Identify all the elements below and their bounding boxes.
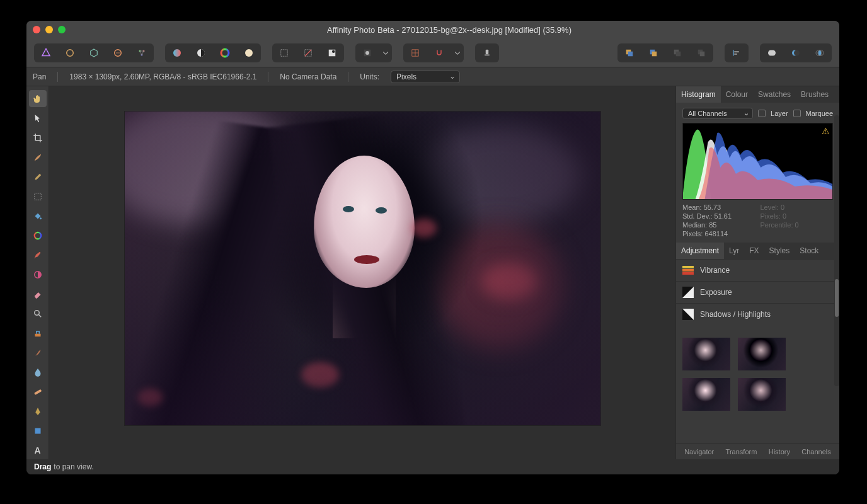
adjustment-vibrance[interactable]: Vibrance [676,259,839,281]
tab-transform[interactable]: Transform [726,448,757,455]
move-tool-icon[interactable] [29,110,47,127]
marquee-checkbox[interactable] [793,110,801,117]
assistant-icon[interactable] [475,43,499,62]
svg-rect-46 [682,266,694,268]
zoom-tool-icon[interactable] [29,306,47,323]
status-action: Drag [34,462,51,471]
boolean-subtract-icon[interactable] [784,43,808,62]
auto-levels-icon[interactable] [165,43,189,62]
boolean-intersect-icon[interactable] [808,43,832,62]
boolean-add-icon[interactable] [760,43,784,62]
stat-mean: Mean: 55.73 [682,203,755,211]
main-toolbar [26,38,839,67]
units-select[interactable]: Pixels [391,71,460,83]
svg-rect-20 [628,51,633,56]
exposure-icon [682,287,694,298]
blur-tool-icon[interactable] [29,364,47,381]
tab-stock[interactable]: Stock [795,243,824,259]
panel-scrollbar[interactable] [834,115,839,386]
studio-panel: Histogram Colour Swatches Brushes All Ch… [675,86,839,459]
text-tool-icon[interactable]: A [29,442,47,459]
arrange-front-icon[interactable] [617,43,641,62]
svg-point-9 [245,49,253,57]
pen-tool-icon[interactable] [29,403,47,420]
svg-rect-24 [676,51,681,56]
tab-brushes[interactable]: Brushes [796,86,834,103]
arrange-back-icon[interactable] [689,43,713,62]
flood-fill-tool-icon[interactable] [29,207,47,224]
preset-thumbnail[interactable] [682,338,730,370]
healing-tool-icon[interactable] [29,384,47,401]
tab-colour[interactable]: Colour [721,86,753,103]
close-button[interactable] [33,26,40,33]
pixel-brush-tool-icon[interactable] [29,246,47,263]
histogram-display[interactable]: ⚠ [682,123,833,200]
marquee-tool-icon[interactable] [29,188,47,205]
shape-tool-icon[interactable] [29,423,47,440]
svg-rect-37 [34,193,41,200]
tab-swatches[interactable]: Swatches [753,86,796,103]
selection-invert-icon[interactable] [296,43,320,62]
arrange-backward-icon[interactable] [665,43,689,62]
tab-history[interactable]: History [769,448,790,455]
status-hint: to pan view. [54,462,93,471]
svg-point-0 [67,49,74,56]
selection-refine-icon[interactable] [320,43,344,62]
dodge-tool-icon[interactable] [29,266,47,283]
hand-tool-icon[interactable] [29,90,47,107]
tab-channels[interactable]: Channels [801,448,830,455]
quickmask-dropdown[interactable] [379,43,392,62]
tab-navigator[interactable]: Navigator [684,448,714,455]
document-canvas[interactable] [125,112,600,425]
adjustment-exposure[interactable]: Exposure [676,281,839,303]
canvas-area[interactable] [49,86,675,459]
minimize-button[interactable] [45,26,53,33]
layer-checkbox[interactable] [758,110,766,117]
tab-layers[interactable]: Lyr [724,243,744,259]
snap-dropdown[interactable] [451,43,464,62]
smudge-tool-icon[interactable] [29,345,47,362]
arrange-forward-icon[interactable] [641,43,665,62]
color-picker-tool-icon[interactable] [29,227,47,244]
channels-select[interactable]: All Channels [682,108,753,119]
inpainting-tool-icon[interactable] [29,325,47,342]
persona-export-icon[interactable] [130,43,154,62]
auto-color-icon[interactable] [213,43,237,62]
preset-thumbnail[interactable] [682,378,730,411]
align-icon[interactable] [725,43,749,62]
svg-rect-22 [652,51,657,56]
persona-develop-icon[interactable] [82,43,106,62]
tab-adjustment[interactable]: Adjustment [676,243,724,259]
selection-new-icon[interactable] [272,43,296,62]
preset-thumbnail[interactable] [738,378,786,411]
svg-point-41 [34,311,39,316]
window-controls [33,26,66,33]
svg-point-38 [40,217,42,219]
clipping-warning-icon: ⚠ [822,126,830,136]
paint-brush-tool-icon[interactable] [29,149,47,166]
adjustment-shadows-highlights[interactable]: Shadows / Highlights [676,303,839,325]
tab-styles[interactable]: Styles [764,243,795,259]
persona-liquify-icon[interactable] [58,43,82,62]
svg-marker-1 [91,49,98,57]
persona-tonemap-icon[interactable] [106,43,130,62]
eraser-tool-icon[interactable] [29,285,47,302]
persona-photo-icon[interactable] [34,43,58,62]
crop-tool-icon[interactable] [29,129,47,146]
grid-toggle-icon[interactable] [403,43,427,62]
svg-point-36 [818,50,822,55]
titlebar[interactable]: Affinity Photo Beta - 27012015-bg@2x--de… [26,21,839,38]
preset-thumbnail[interactable] [738,338,786,370]
tab-histogram[interactable]: Histogram [676,86,721,103]
auto-contrast-icon[interactable] [189,43,213,62]
auto-white-balance-icon[interactable] [237,43,261,62]
svg-line-12 [305,49,312,56]
svg-rect-17 [486,49,489,54]
adjustment-label: Shadows / Highlights [700,310,771,319]
zoom-button[interactable] [58,26,66,33]
svg-rect-18 [485,54,490,55]
clone-tool-icon[interactable] [29,168,47,185]
tab-fx[interactable]: FX [744,243,764,259]
snap-toggle-icon[interactable] [427,43,451,62]
quickmask-icon[interactable] [355,43,379,62]
